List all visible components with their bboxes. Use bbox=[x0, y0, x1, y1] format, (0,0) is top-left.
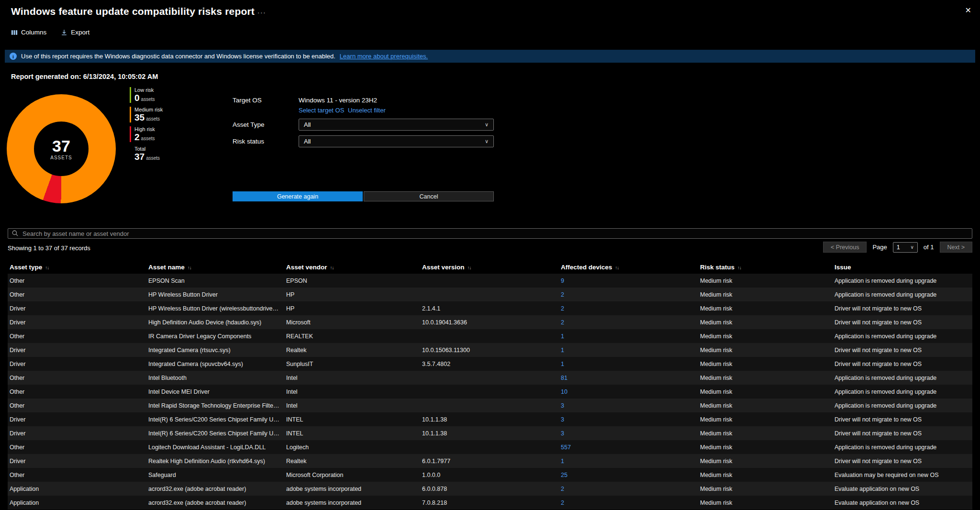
cell-asset-type: Driver bbox=[10, 305, 148, 312]
affected-devices-link[interactable]: 3 bbox=[561, 402, 564, 409]
export-button[interactable]: Export bbox=[61, 29, 89, 36]
cell-asset-vendor: Intel bbox=[286, 402, 422, 409]
chevron-down-icon: ∨ bbox=[485, 138, 489, 144]
previous-page-button[interactable]: < Previous bbox=[823, 242, 867, 253]
banner-message: Use of this report requires the Windows … bbox=[21, 53, 335, 60]
legend-item: Medium risk 35assets bbox=[130, 107, 163, 122]
affected-devices-link[interactable]: 2 bbox=[561, 305, 564, 312]
table-header-row: Asset type↑↓Asset name↑↓Asset vendor↑↓As… bbox=[8, 260, 972, 274]
cell-asset-name: Intel(R) 6 Series/C200 Series Chipset Fa… bbox=[148, 430, 286, 437]
cell-asset-type: Driver bbox=[10, 430, 148, 437]
generate-again-button[interactable]: Generate again bbox=[233, 191, 363, 201]
cell-issue: Driver will not migrate to new OS bbox=[835, 361, 972, 367]
columns-button[interactable]: Columns bbox=[11, 29, 46, 36]
report-generated-timestamp: Report generated on: 6/13/2024, 10:05:02… bbox=[11, 73, 158, 80]
select-target-os-link[interactable]: Select target OS bbox=[299, 107, 344, 114]
affected-devices-link[interactable]: 9 bbox=[561, 277, 564, 284]
table-row: Driver Intel(R) 6 Series/C200 Series Chi… bbox=[8, 412, 972, 426]
cancel-button[interactable]: Cancel bbox=[364, 191, 494, 201]
learn-more-link[interactable]: Learn more about prerequisites. bbox=[340, 53, 428, 60]
affected-devices-link[interactable]: 2 bbox=[561, 319, 564, 326]
sort-icon: ↑↓ bbox=[615, 265, 619, 270]
affected-devices-link[interactable]: 2 bbox=[561, 499, 564, 506]
cell-risk-status: Medium risk bbox=[700, 402, 835, 409]
cell-risk-status: Medium risk bbox=[700, 291, 835, 298]
affected-devices-link[interactable]: 1 bbox=[561, 361, 564, 367]
cell-asset-type: Other bbox=[10, 444, 148, 451]
cell-risk-status: Medium risk bbox=[700, 472, 835, 478]
cell-asset-vendor: REALTEK bbox=[286, 333, 422, 340]
table-row: Other Intel Rapid Storage Technology Ent… bbox=[8, 399, 972, 412]
sort-icon: ↑↓ bbox=[468, 265, 471, 270]
affected-devices-link[interactable]: 1 bbox=[561, 347, 564, 354]
cell-asset-version: 10.1.1.38 bbox=[422, 430, 561, 437]
affected-devices-link[interactable]: 2 bbox=[561, 486, 564, 492]
column-header-asset-vendor[interactable]: Asset vendor↑↓ bbox=[286, 264, 422, 271]
donut-center-label: ASSETS bbox=[50, 155, 72, 160]
table-body: Other EPSON Scan EPSON 9 Medium risk App… bbox=[8, 274, 972, 510]
cell-issue: Application is removed during upgrade bbox=[835, 444, 972, 451]
column-header-affected-devices[interactable]: Affected devices↑↓ bbox=[561, 264, 700, 271]
cell-risk-status: Medium risk bbox=[700, 333, 835, 340]
column-header-issue[interactable]: Issue bbox=[835, 264, 972, 271]
column-header-risk-status[interactable]: Risk status↑↓ bbox=[700, 264, 835, 271]
affected-devices-link[interactable]: 81 bbox=[561, 375, 568, 381]
cell-asset-type: Driver bbox=[10, 319, 148, 326]
sort-icon: ↑↓ bbox=[188, 265, 191, 270]
cell-asset-vendor: INTEL bbox=[286, 430, 422, 437]
cell-issue: Driver will not migrate to new OS bbox=[835, 347, 972, 354]
affected-devices-link[interactable]: 1 bbox=[561, 458, 564, 465]
affected-devices-link[interactable]: 557 bbox=[561, 444, 571, 451]
cell-asset-vendor: adobe systems incorporated bbox=[286, 499, 422, 506]
cell-asset-type: Driver bbox=[10, 458, 148, 465]
cell-asset-version: 1.0.0.0 bbox=[422, 472, 561, 478]
target-os-label: Target OS bbox=[233, 97, 262, 104]
cell-risk-status: Medium risk bbox=[700, 319, 835, 326]
column-header-asset-type[interactable]: Asset type↑↓ bbox=[10, 264, 148, 271]
close-icon[interactable]: ✕ bbox=[965, 6, 971, 15]
search-input[interactable] bbox=[8, 228, 972, 239]
affected-devices-link[interactable]: 10 bbox=[561, 388, 568, 395]
table-row: Other Logitech Download Assistant - Logi… bbox=[8, 440, 972, 454]
unselect-filter-link[interactable]: Unselect filter bbox=[348, 107, 386, 114]
column-header-asset-name[interactable]: Asset name↑↓ bbox=[148, 264, 286, 271]
legend-item-value: 35assets bbox=[134, 113, 163, 122]
cell-asset-vendor: Realtek bbox=[286, 347, 422, 354]
affected-devices-link[interactable]: 25 bbox=[561, 472, 568, 478]
cell-risk-status: Medium risk bbox=[700, 458, 835, 465]
column-header-asset-version[interactable]: Asset version↑↓ bbox=[422, 264, 561, 271]
affected-devices-link[interactable]: 3 bbox=[561, 430, 564, 437]
cell-asset-version: 3.5.7.4802 bbox=[422, 361, 561, 367]
cell-asset-vendor: Microsoft Corporation bbox=[286, 472, 422, 478]
cell-asset-version: 10.0.15063.11300 bbox=[422, 347, 561, 354]
donut-center: 37 ASSETS bbox=[34, 122, 89, 176]
next-page-button[interactable]: Next > bbox=[940, 242, 972, 253]
table-row: Other Safeguard Microsoft Corporation 1.… bbox=[8, 468, 972, 482]
export-label: Export bbox=[71, 29, 89, 36]
page-number-value: 1 bbox=[897, 244, 900, 251]
cell-issue: Driver will not migrate to new OS bbox=[835, 319, 972, 326]
cell-asset-vendor: INTEL bbox=[286, 416, 422, 423]
legend-item-value: 0assets bbox=[134, 93, 163, 103]
page-number-select[interactable]: 1 ∨ bbox=[893, 242, 918, 253]
sort-icon: ↑↓ bbox=[737, 265, 741, 270]
cell-issue: Application is removed during upgrade bbox=[835, 402, 972, 409]
affected-devices-link[interactable]: 3 bbox=[561, 416, 564, 423]
cell-affected-devices: 2 bbox=[561, 486, 700, 492]
cell-asset-name: HP Wireless Button Driver bbox=[148, 291, 286, 298]
cell-issue: Evaluation may be required on new OS bbox=[835, 472, 972, 478]
asset-type-label: Asset Type bbox=[233, 121, 265, 128]
cell-asset-vendor: EPSON bbox=[286, 277, 422, 284]
risk-status-dropdown[interactable]: All ∨ bbox=[299, 135, 494, 147]
affected-devices-link[interactable]: 2 bbox=[561, 291, 564, 298]
cell-asset-version: 6.0.0.878 bbox=[422, 486, 561, 492]
cell-asset-vendor: Microsoft bbox=[286, 319, 422, 326]
risk-status-label: Risk status bbox=[233, 138, 264, 145]
asset-type-dropdown[interactable]: All ∨ bbox=[299, 119, 494, 131]
cell-affected-devices: 3 bbox=[561, 416, 700, 423]
search-icon bbox=[11, 230, 19, 239]
cell-issue: Evaluate application on new OS bbox=[835, 486, 972, 492]
affected-devices-link[interactable]: 1 bbox=[561, 333, 564, 340]
table-row: Driver Realtek High Definition Audio (rt… bbox=[8, 454, 972, 468]
more-options-icon[interactable]: ... bbox=[257, 7, 267, 15]
